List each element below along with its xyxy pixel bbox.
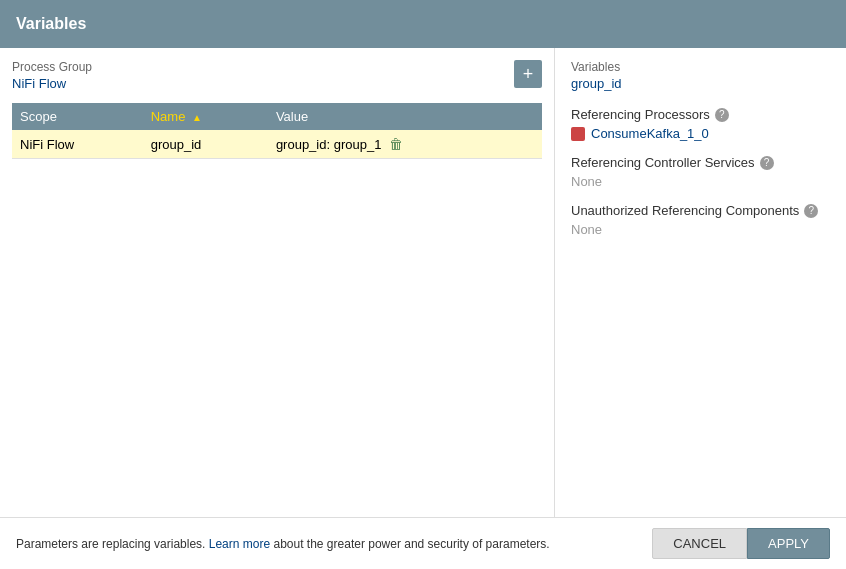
value-cell: group_id: group_1 🗑 — [268, 130, 542, 159]
left-panel: Process Group NiFi Flow + Scope Name ▲ V… — [0, 48, 555, 517]
footer-info-suffix: about the greater power and security of … — [273, 537, 549, 551]
learn-more-link[interactable]: Learn more — [209, 537, 270, 551]
footer-info-text: Parameters are replacing variables. — [16, 537, 205, 551]
scope-column-header: Scope — [12, 103, 143, 130]
referencing-controller-services-title: Referencing Controller Services — [571, 155, 755, 170]
add-variable-button[interactable]: + — [514, 60, 542, 88]
table-header-row: Scope Name ▲ Value — [12, 103, 542, 130]
referencing-controller-services-section: Referencing Controller Services ? None — [571, 155, 830, 189]
variables-table: Scope Name ▲ Value NiFi Flow group_id — [12, 103, 542, 159]
sort-arrow-icon: ▲ — [192, 112, 202, 123]
footer-buttons: CANCEL APPLY — [652, 528, 830, 559]
value-column-header: Value — [268, 103, 542, 130]
unauthorized-referencing-none: None — [571, 222, 830, 237]
processor-item: ConsumeKafka_1_0 — [571, 126, 830, 141]
unauthorized-referencing-title: Unauthorized Referencing Components — [571, 203, 799, 218]
referencing-processors-help-icon[interactable]: ? — [715, 108, 729, 122]
processor-name: ConsumeKafka_1_0 — [591, 126, 709, 141]
referencing-controller-services-help-icon[interactable]: ? — [760, 156, 774, 170]
right-panel: Variables group_id Referencing Processor… — [555, 48, 846, 517]
referencing-controller-services-none: None — [571, 174, 830, 189]
unauthorized-referencing-section: Unauthorized Referencing Components ? No… — [571, 203, 830, 237]
apply-button[interactable]: APPLY — [747, 528, 830, 559]
variables-label: Variables — [571, 60, 830, 74]
process-group-name: NiFi Flow — [12, 76, 92, 91]
process-group-section: Process Group NiFi Flow + — [12, 60, 542, 91]
selected-variable: group_id — [571, 76, 830, 91]
variables-section: Variables group_id — [571, 60, 830, 91]
referencing-processors-section: Referencing Processors ? ConsumeKafka_1_… — [571, 107, 830, 141]
table-row[interactable]: NiFi Flow group_id group_id: group_1 🗑 — [12, 130, 542, 159]
processor-status-icon — [571, 127, 585, 141]
delete-variable-button[interactable]: 🗑 — [385, 136, 407, 152]
process-group-info: Process Group NiFi Flow — [12, 60, 92, 91]
scope-cell: NiFi Flow — [12, 130, 143, 159]
dialog-header: Variables — [0, 0, 846, 48]
unauthorized-referencing-help-icon[interactable]: ? — [804, 204, 818, 218]
main-content: Process Group NiFi Flow + Scope Name ▲ V… — [0, 48, 846, 517]
cancel-button[interactable]: CANCEL — [652, 528, 747, 559]
name-column-header[interactable]: Name ▲ — [143, 103, 268, 130]
process-group-label: Process Group — [12, 60, 92, 74]
footer-info: Parameters are replacing variables. Lear… — [16, 537, 550, 551]
name-cell: group_id — [143, 130, 268, 159]
footer: Parameters are replacing variables. Lear… — [0, 517, 846, 569]
dialog-title: Variables — [16, 15, 86, 33]
referencing-processors-title: Referencing Processors — [571, 107, 710, 122]
